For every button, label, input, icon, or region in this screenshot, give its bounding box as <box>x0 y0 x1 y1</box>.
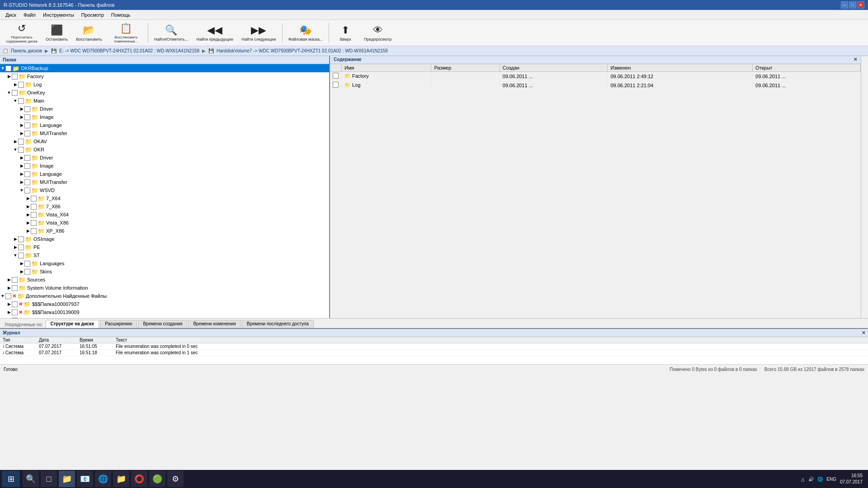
taskbar-clock[interactable]: 16:55 07.07.2017 <box>840 473 863 485</box>
tree-check[interactable] <box>12 318 18 319</box>
row-check[interactable] <box>330 72 342 81</box>
tree-item-driver2[interactable]: ▶📁Driver <box>0 154 329 162</box>
menu-disk[interactable]: Диск <box>2 11 20 19</box>
path-volume[interactable]: HarddiskVolume7 -> WDC WD7500BPVT-24HXZT… <box>217 48 388 53</box>
tree-item-7x86[interactable]: ▶📁7_X86 <box>0 202 329 211</box>
taskbar-browser[interactable]: 🌐 <box>95 471 111 487</box>
col-modified[interactable]: Изменен <box>608 64 753 72</box>
file-tree[interactable]: ▼📁OKRBackup▶📁Factory▶📁Log▼📁OneKey▼📁Main▶… <box>0 64 330 318</box>
tree-check[interactable] <box>12 277 18 283</box>
tree-toggle[interactable]: ▶ <box>19 155 24 160</box>
tree-toggle[interactable]: ▶ <box>6 302 12 306</box>
tree-check[interactable] <box>18 82 24 88</box>
tree-item-okrbackup[interactable]: ▼📁OKRBackup <box>0 64 329 72</box>
tab-structure[interactable]: Структуре на диске <box>46 320 99 328</box>
restore-button[interactable]: 📂 Восстановить <box>73 22 105 44</box>
right-panel-close[interactable]: ✕ <box>854 57 857 63</box>
tree-toggle[interactable]: ▶ <box>6 74 12 79</box>
path-panels[interactable]: Панель дисков <box>11 48 42 53</box>
menu-file[interactable]: Файл <box>20 11 39 19</box>
tree-toggle[interactable]: ▼ <box>13 147 18 152</box>
tree-item-muitransfer2[interactable]: ▶📁MUITransfer <box>0 178 329 186</box>
tree-item-image2[interactable]: ▶📁Image <box>0 162 329 170</box>
taskbar-mail[interactable]: 📧 <box>77 471 93 487</box>
tree-item-okr[interactable]: ▼📁OKR <box>0 145 329 154</box>
tree-toggle[interactable]: ▶ <box>19 164 24 168</box>
tree-check[interactable] <box>31 204 37 210</box>
tree-check[interactable] <box>18 147 24 153</box>
tree-item-skins[interactable]: ▶📁Skins <box>0 267 329 276</box>
tree-check[interactable] <box>24 269 30 275</box>
taskbar-network-icon[interactable]: 🌐 <box>817 477 823 482</box>
tree-check[interactable] <box>24 155 30 161</box>
tree-toggle[interactable]: ▶ <box>25 212 31 217</box>
tree-toggle[interactable]: ▶ <box>13 139 18 144</box>
tree-toggle[interactable]: ▶ <box>25 196 31 201</box>
minimize-button[interactable]: — <box>841 1 848 9</box>
maximize-button[interactable]: □ <box>849 1 856 9</box>
tree-check[interactable] <box>24 114 30 120</box>
tree-check[interactable] <box>5 293 11 299</box>
tree-item-factory[interactable]: ▶📁Factory <box>0 72 329 80</box>
tree-toggle[interactable]: ▼ <box>13 99 18 103</box>
close-button[interactable]: ✕ <box>857 1 864 9</box>
tree-toggle[interactable]: ▶ <box>19 131 24 136</box>
tree-item-dopfiles[interactable]: ▼✕📁Дополнительно Найденные Файлы <box>0 292 329 300</box>
tree-check[interactable] <box>18 98 24 104</box>
row-check[interactable] <box>330 81 342 90</box>
tree-check[interactable] <box>12 310 18 315</box>
tree-toggle[interactable]: ▼ <box>0 294 5 298</box>
file-mask-button[interactable]: 🎭 Файловая маска... <box>285 22 326 44</box>
tree-toggle[interactable]: ▼ <box>0 66 5 70</box>
stop-button[interactable]: ⬛ Остановить <box>42 22 71 44</box>
col-opened[interactable]: Открыт <box>753 64 861 72</box>
tree-item-wsvd[interactable]: ▼📁WSVD <box>0 186 329 194</box>
path-drive[interactable]: E: -> WDC WD7500BPVT-24HXZT1 02.01A02 : … <box>59 48 199 53</box>
tree-check[interactable] <box>12 301 18 307</box>
tree-toggle[interactable]: ▶ <box>25 229 31 233</box>
tree-item-vistax86[interactable]: ▶📁Vista_X86 <box>0 219 329 227</box>
tree-item-pe[interactable]: ▶📁PE <box>0 243 329 251</box>
tree-check[interactable] <box>18 244 24 250</box>
up-button[interactable]: ⬆ Вверх <box>332 22 359 44</box>
tree-item-sources[interactable]: ▶📁Sources <box>0 276 329 284</box>
tree-toggle[interactable]: ▶ <box>19 261 24 266</box>
tree-check[interactable] <box>24 163 30 169</box>
taskbar-lang[interactable]: ENG <box>826 477 836 482</box>
table-row[interactable]: 📁Log 09.06.2011 ... 09.06.2011 2:21:04 0… <box>330 81 861 90</box>
tree-check[interactable] <box>18 139 24 145</box>
tree-toggle[interactable]: ▶ <box>6 277 12 282</box>
tree-toggle[interactable]: ▶ <box>6 310 12 314</box>
tree-check[interactable] <box>5 66 11 71</box>
menu-help[interactable]: Помощь <box>108 11 134 19</box>
col-created[interactable]: Создан <box>500 64 608 72</box>
tree-check[interactable] <box>24 188 30 193</box>
tree-item-sss1[interactable]: ▶✕📁$$$Папка100007937 <box>0 300 329 308</box>
tree-item-st[interactable]: ▼📁ST <box>0 251 329 259</box>
tree-toggle[interactable]: ▶ <box>6 286 12 290</box>
taskbar-explorer[interactable]: 📁 <box>113 471 129 487</box>
taskbar-volume-icon[interactable]: 🔊 <box>808 477 814 482</box>
start-button[interactable]: ⊞ <box>2 471 20 487</box>
tree-toggle[interactable]: ▶ <box>25 204 31 209</box>
journal-close[interactable]: ✕ <box>862 330 865 335</box>
content-scroll[interactable]: Имя Размер Создан Изменен Открыт 📁Factor… <box>330 64 861 318</box>
find-prev-button[interactable]: ◀◀ Найти предыдущее <box>193 22 236 44</box>
col-size[interactable]: Размер <box>431 64 500 72</box>
find-mark-button[interactable]: 🔍 Найти/Отметить... <box>151 22 192 44</box>
tree-check[interactable] <box>24 179 30 185</box>
tree-item-vistax64[interactable]: ▶📁Vista_X64 <box>0 211 329 219</box>
tree-toggle[interactable]: ▶ <box>25 221 31 225</box>
tree-item-sss3[interactable]: ▶✕📁$$$Папка100335617 <box>0 316 329 318</box>
tree-item-image[interactable]: ▶📁Image <box>0 113 329 121</box>
tree-item-okav[interactable]: ▶📁OKAV <box>0 137 329 145</box>
tree-check[interactable] <box>24 261 30 267</box>
tree-toggle[interactable]: ▶ <box>19 107 24 111</box>
tree-item-main[interactable]: ▼📁Main <box>0 97 329 105</box>
tree-item-onekey[interactable]: ▼📁OneKey <box>0 89 329 97</box>
tree-item-muitransfer1[interactable]: ▶📁MUITransfer <box>0 129 329 137</box>
tree-toggle[interactable]: ▼ <box>19 188 24 192</box>
tree-item-log[interactable]: ▶📁Log <box>0 80 329 89</box>
tree-item-sysvolinfo[interactable]: ▶📁System Volume Information <box>0 284 329 292</box>
tree-toggle[interactable]: ▶ <box>19 123 24 127</box>
